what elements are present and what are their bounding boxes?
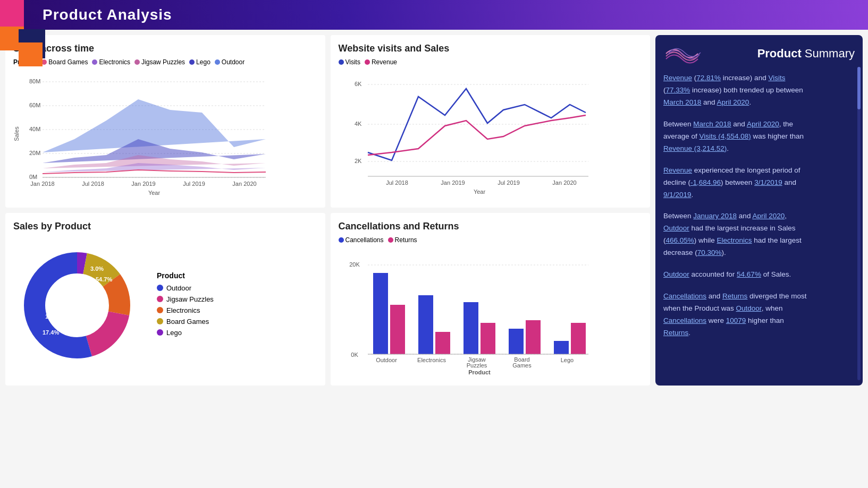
link-april2020-2[interactable]: April 2020 <box>747 120 779 128</box>
electronics-legend-label: Electronics <box>166 306 200 314</box>
link-revenue-avg[interactable]: Revenue (3,214.52) <box>663 144 727 152</box>
page-title: Product Analysis <box>43 6 172 23</box>
link-date2[interactable]: 9/1/2019 <box>663 191 692 199</box>
outdoor-legend-label: Outdoor <box>166 284 191 292</box>
link-revenue-pct[interactable]: 72.81% <box>696 74 721 82</box>
electronics-return-bar <box>435 332 450 354</box>
link-jan2018[interactable]: January 2018 <box>693 212 737 220</box>
lego-legend-label: Lego <box>166 329 182 337</box>
lego-label: Lego <box>196 58 210 66</box>
link-outdoor-pct[interactable]: 466.05% <box>666 236 694 244</box>
donut-legend: Product Outdoor Jigsaw Puzzles Electroni… <box>157 271 214 340</box>
legend-lego: Lego <box>189 58 210 66</box>
x-jul2018-v: Jul 2018 <box>386 179 408 186</box>
y-6k: 6K <box>355 81 362 87</box>
summary-para-1: Revenue (72.81% increase) and Visits (77… <box>663 72 855 109</box>
x-jan2019: Jan 2019 <box>131 181 155 187</box>
link-sales-pct[interactable]: 54.67% <box>737 270 761 278</box>
link-cancellations[interactable]: Cancellations <box>663 292 706 300</box>
y-label-0m: 0M <box>29 174 37 180</box>
donut-hole <box>46 275 108 336</box>
link-revenue-1[interactable]: Revenue <box>663 74 692 82</box>
visits-dot <box>339 59 344 65</box>
link-decline[interactable]: -1,684.96 <box>690 178 721 186</box>
x-axis-title-visits: Year <box>473 189 485 195</box>
outdoor-pct-label: 54.7% <box>96 276 112 282</box>
outdoor-dot <box>215 59 220 65</box>
lego-legend-item: Lego <box>157 329 214 337</box>
jigsaw-label: Jigsaw Puzzles <box>141 58 185 66</box>
boardgames-legend-label: Board Games <box>166 318 209 326</box>
link-visits-1[interactable]: Visits <box>768 74 785 82</box>
sales-chart: 80M 60M 40M 20M 0M Sales <box>13 70 268 198</box>
jigsaw-legend-item: Jigsaw Puzzles <box>157 295 214 303</box>
donut-legend-title: Product <box>157 271 214 280</box>
sales-across-time-title: Sales across time <box>13 43 317 54</box>
title-rest: Analysis <box>103 6 172 23</box>
x-outdoor-c: Outdoor <box>376 357 397 363</box>
boardgames-return-bar <box>526 320 541 354</box>
summary-waves-icon <box>663 43 706 64</box>
link-electronics[interactable]: Electronics <box>717 236 752 244</box>
link-revenue-2[interactable]: Revenue <box>663 166 692 174</box>
link-returns-2[interactable]: Returns <box>663 329 688 337</box>
boardgames-legend-dot <box>157 318 163 324</box>
x-jan2020-v: Jan 2020 <box>552 179 576 186</box>
link-returns[interactable]: Returns <box>722 292 747 300</box>
legend-jigsaw: Jigsaw Puzzles <box>134 58 185 66</box>
cancellations-label: Cancellations <box>345 236 384 244</box>
x-electronics-c: Electronics <box>417 357 446 363</box>
sales-across-time-section: Sales across time Product Board Games El… <box>5 35 325 208</box>
link-date1[interactable]: 3/1/2019 <box>754 178 782 186</box>
boardgames-cancel-bar <box>509 329 524 354</box>
link-april2020-1[interactable]: April 2020 <box>717 98 749 106</box>
website-visits-title: Website visits and Sales <box>339 43 643 54</box>
legend-board-games: Board Games <box>41 58 88 66</box>
link-march2018[interactable]: March 2018 <box>663 98 701 106</box>
legend-electronics: Electronics <box>92 58 130 66</box>
x-jigsaw-c2: Puzzles <box>466 362 487 369</box>
x-jul2019: Jul 2019 <box>183 181 205 187</box>
jigsaw-legend-label: Jigsaw Puzzles <box>166 295 214 303</box>
outdoor-cancel-bar <box>373 273 388 354</box>
y-2k: 2K <box>355 158 362 164</box>
x-axis-title-sales: Year <box>148 190 161 196</box>
title-bold: Product <box>43 6 103 23</box>
revenue-line <box>368 115 586 155</box>
jigsaw-dot <box>134 59 140 65</box>
y-20k: 20K <box>349 261 360 268</box>
lego-pct-label: 3.0% <box>90 266 104 272</box>
lego-legend-dot <box>157 329 163 336</box>
x-boardgames-c2: Games <box>512 362 532 369</box>
link-elec-pct[interactable]: 70.30% <box>697 249 722 256</box>
logo-pink <box>0 0 24 27</box>
visits-chart: 6K 4K 2K Jul 2018 Jan 2019 Jul 2019 Jan … <box>339 70 594 198</box>
link-num[interactable]: 10079 <box>726 316 746 324</box>
y-label-80m: 80M <box>29 78 40 84</box>
sales-by-product-section: Sales by Product <box>5 213 325 386</box>
y-4k: 4K <box>355 121 362 127</box>
link-outdoor-3[interactable]: Outdoor <box>736 304 762 312</box>
y-label-20m: 20M <box>29 150 40 156</box>
summary-panel: Product Summary Revenue (72.81% increase… <box>655 35 863 386</box>
x-axis-title-cancel: Product <box>468 369 491 375</box>
legend-visits: Visits <box>339 58 360 66</box>
y-axis-title: Sales <box>13 126 20 141</box>
x-jul2018: Jul 2018 <box>82 181 104 187</box>
link-outdoor-1[interactable]: Outdoor <box>663 224 689 232</box>
link-march2018-2[interactable]: March 2018 <box>693 120 731 128</box>
link-april2020-3[interactable]: April 2020 <box>752 212 785 220</box>
link-visits-avg[interactable]: Visits (4,554.08) <box>700 132 751 140</box>
jigsaw-cancel-bar <box>464 302 478 354</box>
revenue-dot <box>365 59 370 65</box>
link-visits-pct[interactable]: 77.33% <box>666 86 690 94</box>
sales-legend: Product Board Games Electronics Jigsaw P… <box>13 58 317 66</box>
returns-dot <box>388 237 393 243</box>
scrollbar-thumb <box>857 67 861 109</box>
electronics-legend-dot <box>157 307 163 313</box>
link-cancellations-2[interactable]: Cancellations <box>663 316 706 324</box>
website-visits-section: Website visits and Sales Visits Revenue … <box>331 35 651 208</box>
x-lego-c: Lego <box>560 357 573 363</box>
lego-return-bar <box>571 323 586 354</box>
link-outdoor-2[interactable]: Outdoor <box>663 270 689 278</box>
